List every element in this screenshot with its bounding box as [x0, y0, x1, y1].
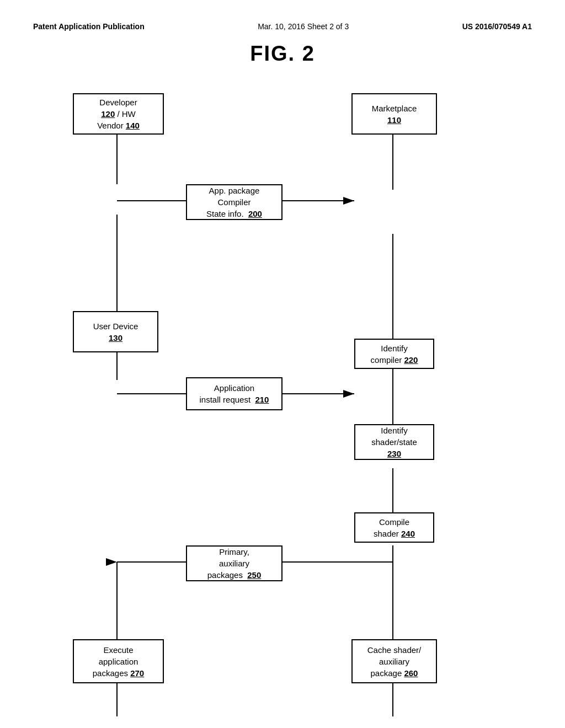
diagram-svg — [45, 82, 520, 689]
app-install-num: 210 — [255, 395, 269, 404]
app-install-box: Applicationinstall request 210 — [186, 377, 282, 410]
app-install-label: Applicationinstall request 210 — [200, 382, 269, 405]
identify-compiler-box: Identifycompiler 220 — [354, 339, 434, 369]
identify-shader-label: Identifyshader/state230 — [371, 425, 417, 459]
vendor-num: 140 — [126, 121, 140, 130]
compile-shader-label: Compileshader 240 — [374, 516, 415, 539]
diagram: Developer120 / HWVendor 140 Marketplace1… — [45, 82, 520, 689]
user-device-num: 130 — [109, 333, 122, 342]
app-package-label: App. packageCompilerState info. 200 — [206, 185, 262, 220]
primary-packages-num: 250 — [247, 570, 261, 580]
identify-compiler-num: 220 — [404, 355, 418, 365]
identify-shader-num: 230 — [387, 449, 401, 458]
marketplace-box: Marketplace110 — [351, 93, 437, 135]
compile-shader-num: 240 — [401, 529, 415, 538]
header-right: US 2016/070549 A1 — [462, 22, 532, 31]
cache-shader-num: 260 — [404, 668, 418, 678]
execute-app-label: Executeapplicationpackages 270 — [93, 644, 144, 679]
primary-packages-box: Primary,auxiliarypackages 250 — [186, 545, 282, 581]
app-package-box: App. packageCompilerState info. 200 — [186, 184, 282, 220]
identify-compiler-label: Identifycompiler 220 — [371, 342, 418, 366]
app-package-num: 200 — [248, 209, 262, 218]
execute-app-box: Executeapplicationpackages 270 — [73, 639, 164, 683]
marketplace-num: 110 — [387, 115, 401, 125]
cache-shader-box: Cache shader/auxiliarypackage 260 — [351, 639, 437, 683]
user-device-label: User Device130 — [93, 320, 138, 344]
developer-label: Developer120 / HWVendor 140 — [97, 97, 140, 131]
header: Patent Application Publication Mar. 10, … — [33, 22, 532, 31]
user-device-box: User Device130 — [73, 311, 158, 352]
header-center: Mar. 10, 2016 Sheet 2 of 3 — [258, 22, 349, 31]
page: Patent Application Publication Mar. 10, … — [0, 0, 565, 728]
identify-shader-box: Identifyshader/state230 — [354, 424, 434, 460]
marketplace-label: Marketplace110 — [372, 103, 417, 126]
primary-packages-label: Primary,auxiliarypackages 250 — [207, 546, 262, 581]
developer-box: Developer120 / HWVendor 140 — [73, 93, 164, 135]
header-left: Patent Application Publication — [33, 22, 145, 31]
developer-num: 120 — [101, 109, 115, 119]
compile-shader-box: Compileshader 240 — [354, 512, 434, 543]
execute-app-num: 270 — [130, 668, 144, 678]
cache-shader-label: Cache shader/auxiliarypackage 260 — [367, 644, 422, 679]
fig-title: FIG. 2 — [33, 42, 532, 66]
